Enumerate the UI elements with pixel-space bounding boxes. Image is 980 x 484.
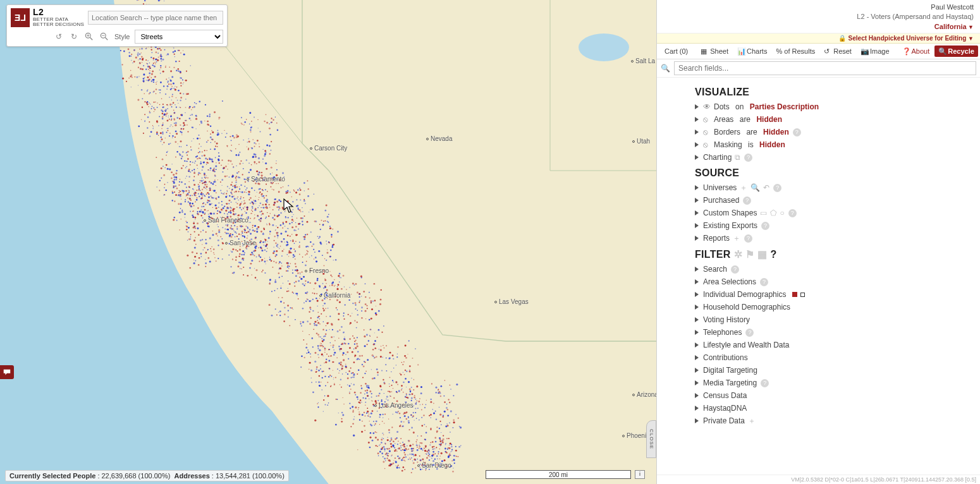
svg-point-947 bbox=[192, 214, 193, 216]
cart-button[interactable]: Cart (0) bbox=[661, 45, 692, 57]
about-button[interactable]: ❓About bbox=[898, 45, 934, 57]
map-style-select[interactable]: Streets bbox=[135, 30, 223, 44]
state-dropdown[interactable]: California bbox=[663, 22, 974, 32]
svg-point-577 bbox=[219, 119, 219, 119]
svg-point-1536 bbox=[259, 143, 259, 144]
svg-point-2103 bbox=[374, 332, 375, 333]
svg-point-2587 bbox=[369, 421, 370, 421]
svg-point-2336 bbox=[366, 334, 368, 336]
zoom-out-icon[interactable] bbox=[99, 32, 109, 42]
zoom-in-icon[interactable] bbox=[84, 32, 94, 42]
src-shapes-row[interactable]: Custom Shapes▭⬠○? bbox=[695, 207, 977, 219]
help-icon[interactable]: ? bbox=[745, 329, 754, 337]
svg-point-439 bbox=[153, 92, 154, 93]
flag-icon[interactable]: ⚑ bbox=[745, 248, 754, 260]
svg-point-3019 bbox=[421, 442, 423, 444]
flt-media-row[interactable]: Media Targeting? bbox=[695, 377, 977, 389]
flt-household-row[interactable]: Household Demographics bbox=[695, 301, 977, 313]
svg-point-3056 bbox=[415, 454, 417, 456]
svg-point-2974 bbox=[410, 459, 411, 460]
svg-point-2161 bbox=[354, 341, 355, 342]
svg-point-1634 bbox=[262, 270, 264, 271]
help-icon[interactable]: ? bbox=[761, 222, 769, 230]
flt-lifestyle-row[interactable]: Lifestyle and Wealth Data bbox=[695, 339, 977, 351]
undo-icon[interactable]: ↶ bbox=[763, 182, 769, 193]
image-button[interactable]: 📷Image bbox=[857, 45, 893, 57]
recycle-button[interactable]: 🔍Recycle bbox=[934, 45, 978, 57]
help-icon[interactable]: ? bbox=[731, 265, 739, 274]
flt-census-row[interactable]: Census Data bbox=[695, 389, 977, 402]
map-info-button[interactable]: i bbox=[635, 470, 645, 479]
src-purchased-row[interactable]: Purchased? bbox=[695, 194, 977, 207]
flt-private-row[interactable]: Private Data＋ bbox=[695, 414, 977, 427]
help-icon[interactable]: ? bbox=[773, 184, 781, 192]
feedback-tab[interactable] bbox=[0, 365, 14, 379]
svg-point-748 bbox=[193, 169, 195, 170]
flt-telephones-row[interactable]: Telephones? bbox=[695, 326, 977, 339]
svg-point-1499 bbox=[240, 191, 241, 192]
search-icon[interactable]: 🔍 bbox=[750, 182, 760, 193]
help-icon[interactable]: ? bbox=[760, 278, 768, 286]
plus-icon[interactable]: ＋ bbox=[740, 182, 747, 193]
help-icon[interactable]: ? bbox=[788, 209, 797, 217]
svg-point-1835 bbox=[292, 269, 293, 270]
external-icon[interactable]: ⧉ bbox=[735, 152, 740, 163]
flt-search-row[interactable]: Search? bbox=[695, 263, 977, 275]
sheet-button[interactable]: ▦Sheet bbox=[697, 45, 732, 57]
flt-area-row[interactable]: Area Selections? bbox=[695, 275, 977, 288]
pentagon-icon[interactable]: ⬠ bbox=[770, 207, 776, 219]
gear-icon[interactable]: ✲ bbox=[734, 248, 742, 260]
plus-icon[interactable]: ＋ bbox=[733, 233, 740, 244]
src-exports-row[interactable]: Existing Exports? bbox=[695, 219, 977, 232]
svg-point-573 bbox=[198, 174, 199, 175]
rotate-right-icon[interactable]: ↻ bbox=[69, 32, 79, 42]
svg-point-2274 bbox=[376, 368, 378, 370]
rect-icon[interactable]: ▭ bbox=[760, 207, 767, 219]
svg-point-2306 bbox=[343, 318, 345, 320]
svg-point-575 bbox=[199, 124, 200, 125]
help-icon[interactable]: ? bbox=[771, 249, 777, 260]
svg-point-1887 bbox=[271, 315, 273, 317]
flt-digital-row[interactable]: Digital Targeting bbox=[695, 364, 977, 377]
map-area[interactable]: SacramentoCarson CitySan FranciscoSan Jo… bbox=[0, 0, 656, 484]
viz-masking-row[interactable]: ⦸Masking is Hidden bbox=[695, 138, 977, 151]
svg-point-2257 bbox=[369, 297, 371, 298]
svg-point-1388 bbox=[226, 207, 228, 209]
viz-areas-row[interactable]: ⦸Areas are Hidden bbox=[695, 113, 977, 126]
plus-icon[interactable]: ＋ bbox=[748, 415, 756, 427]
location-search-input[interactable] bbox=[88, 11, 223, 25]
src-universes-row[interactable]: Universes＋🔍↶? bbox=[695, 181, 977, 194]
viz-borders-row[interactable]: ⦸Borders are Hidden? bbox=[695, 126, 977, 138]
collapse-panel-handle[interactable]: CLOSE bbox=[646, 420, 656, 458]
src-reports-row[interactable]: Reports＋? bbox=[695, 232, 977, 245]
grid-icon[interactable]: ▦ bbox=[757, 248, 767, 260]
svg-point-2166 bbox=[343, 315, 344, 317]
flt-individual-row[interactable]: Individual Demographics bbox=[695, 288, 977, 301]
help-icon[interactable]: ? bbox=[743, 197, 751, 205]
panel-body[interactable]: VISUALIZE 👁Dots on Parties Description ⦸… bbox=[657, 78, 980, 475]
flt-voting-row[interactable]: Voting History bbox=[695, 313, 977, 326]
charts-button[interactable]: 📊Charts bbox=[733, 45, 771, 57]
svg-point-776 bbox=[209, 114, 211, 115]
reset-button[interactable]: ↺Reset bbox=[820, 45, 855, 57]
help-icon: ❓ bbox=[902, 47, 910, 55]
svg-point-265 bbox=[178, 70, 179, 71]
flt-haystaq-row[interactable]: HaystaqDNA bbox=[695, 402, 977, 414]
svg-point-3037 bbox=[404, 452, 405, 454]
handpicked-universe-banner[interactable]: 🔒Select Handpicked Universe for Editing bbox=[657, 33, 980, 44]
help-icon[interactable]: ? bbox=[761, 379, 769, 387]
help-icon[interactable]: ? bbox=[793, 128, 801, 136]
fields-search-input[interactable] bbox=[674, 61, 976, 75]
circle-icon[interactable]: ○ bbox=[780, 207, 784, 219]
flt-contrib-row[interactable]: Contributions bbox=[695, 351, 977, 364]
svg-point-650 bbox=[188, 107, 190, 109]
svg-point-1554 bbox=[260, 131, 261, 133]
pct-results-button[interactable]: % of Results bbox=[772, 45, 819, 57]
help-icon[interactable]: ? bbox=[744, 234, 752, 243]
help-icon[interactable]: ? bbox=[744, 154, 752, 162]
user-name[interactable]: Paul Westcott bbox=[663, 3, 974, 12]
viz-charting-row[interactable]: Charting⧉? bbox=[695, 151, 977, 164]
rotate-left-icon[interactable]: ↺ bbox=[54, 32, 64, 42]
viz-dots-row[interactable]: 👁Dots on Parties Description bbox=[695, 100, 977, 113]
svg-point-1238 bbox=[207, 192, 209, 194]
